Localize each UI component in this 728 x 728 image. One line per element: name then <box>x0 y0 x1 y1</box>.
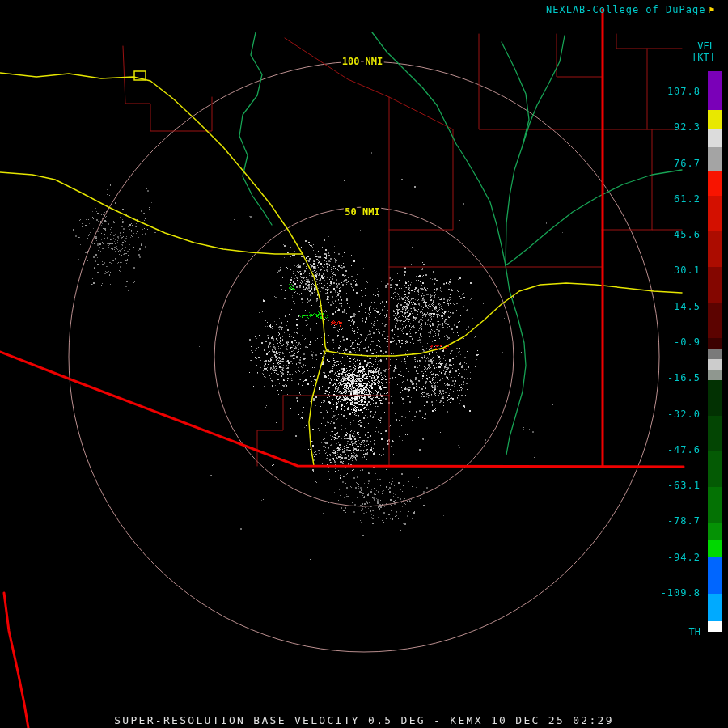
colorbar-tick: -78.7 <box>667 515 700 527</box>
colorbar-segment <box>708 147 722 171</box>
colorbar-segment <box>708 380 722 416</box>
basemap: 100 NMI50 NMI <box>0 0 728 728</box>
colorbar-segment <box>708 594 722 621</box>
colorbar-tick: 30.1 <box>674 265 700 276</box>
range-ring-label: 50 NMI <box>345 206 379 218</box>
colorbar-tick: 107.8 <box>667 86 700 97</box>
colorbar-tick: 92.3 <box>674 121 700 133</box>
rivers-path <box>506 170 682 265</box>
colorbar-segment <box>708 349 722 359</box>
colorbar-segment <box>708 303 722 338</box>
state-borders-path <box>4 593 28 728</box>
colorbar-title: VEL [KT] <box>692 40 715 63</box>
colorbar-tick: -16.5 <box>667 372 700 383</box>
county-lines-path <box>123 46 212 131</box>
county-lines <box>123 34 682 466</box>
highways-path <box>309 351 325 466</box>
colorbar-tick: -0.9 <box>674 336 700 348</box>
colorbar-tick: -63.1 <box>667 480 700 491</box>
colorbar-tick: -47.6 <box>667 444 700 455</box>
highways-path <box>303 254 327 351</box>
colorbar-title-units: [KT] <box>692 52 715 63</box>
rivers-path <box>239 32 272 225</box>
colorbar-segment <box>708 196 722 231</box>
colorbar-th-label: TH <box>689 626 700 637</box>
radar-viewer: { "header": { "title": "NEXLAB-College o… <box>0 0 728 728</box>
highways <box>0 71 682 466</box>
county-lines-path <box>652 129 682 230</box>
county-lines-path <box>616 34 682 49</box>
colorbar-segment <box>708 171 722 196</box>
colorbar-tick: -94.2 <box>667 552 700 563</box>
range-ring <box>214 207 514 506</box>
velocity-colorbar <box>708 71 722 632</box>
rivers-path <box>372 32 506 265</box>
site-title: NEXLAB-College of DuPage⚑ <box>546 4 715 15</box>
colorbar-segment <box>708 129 722 147</box>
colorbar-segment <box>708 540 722 557</box>
colorbar-tick: 14.5 <box>674 301 700 312</box>
product-caption: SUPER-RESOLUTION BASE VELOCITY 0.5 DEG -… <box>0 714 728 726</box>
colorbar-segment <box>708 487 722 523</box>
colorbar-segment <box>708 71 722 110</box>
highways-path <box>0 172 303 254</box>
highways-path <box>327 283 682 356</box>
colorbar-segment <box>708 451 722 487</box>
colorbar-tick: 45.6 <box>674 229 700 240</box>
state-borders-path <box>0 352 684 467</box>
colorbar-tick: -109.8 <box>661 587 700 599</box>
colorbar-segment <box>708 523 722 540</box>
colorbar-segment <box>708 338 722 349</box>
range-ring-label: 100 NMI <box>342 56 383 67</box>
rivers-path <box>502 42 529 265</box>
colorbar-segment <box>708 416 722 451</box>
colorbar-segment <box>708 231 722 267</box>
colorbar-segment <box>708 110 722 129</box>
colorbar-segment <box>708 370 722 380</box>
colorbar-segment <box>708 267 722 303</box>
colorbar-tick: -32.0 <box>667 408 700 420</box>
rivers <box>239 32 682 455</box>
colorbar-segment <box>708 557 722 594</box>
site-title-text: NEXLAB-College of DuPage <box>546 4 705 15</box>
colorbar-tick: 61.2 <box>674 193 700 205</box>
colorbar-title-vel: VEL <box>692 40 715 52</box>
colorbar-segment <box>708 621 722 632</box>
state-borders <box>0 10 684 728</box>
range-ring <box>69 61 659 652</box>
colorbar-segment <box>708 359 722 370</box>
colorbar-tick: 76.7 <box>674 158 700 169</box>
logo-icon: ⚑ <box>709 5 715 15</box>
